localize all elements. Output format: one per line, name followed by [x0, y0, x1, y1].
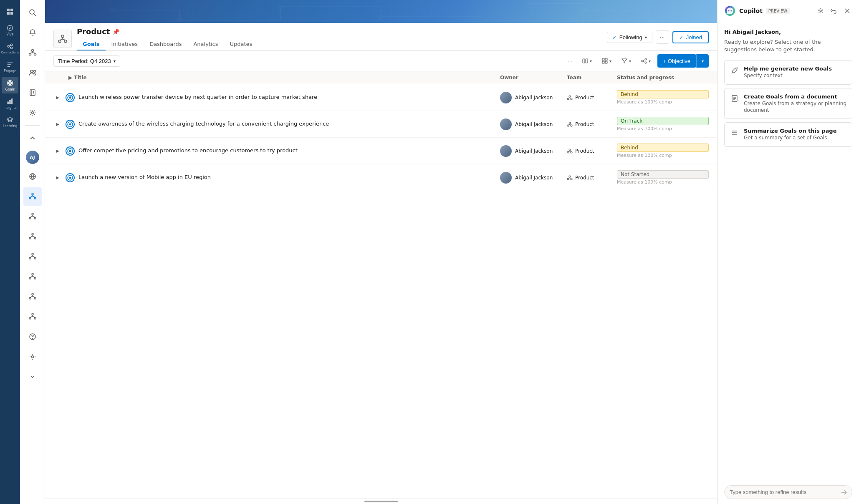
scroll-bar[interactable]	[364, 501, 398, 502]
sidebar-expand[interactable]	[23, 368, 42, 386]
team-cell-2: Product	[567, 121, 617, 127]
nav-waffle[interactable]	[2, 3, 18, 20]
sidebar-hierarchy-2[interactable]	[23, 207, 42, 226]
suggestion-summarize-content: Summarize Goals on this page Get a summa…	[744, 128, 836, 141]
svg-point-78	[31, 356, 33, 358]
copilot-send-button[interactable]	[839, 487, 849, 497]
sidebar-notifications[interactable]	[23, 23, 42, 42]
copilot-undo-icon[interactable]	[829, 6, 839, 16]
team-icon-1	[567, 95, 573, 101]
toolbar-share-button[interactable]: ▾	[638, 56, 654, 66]
nav-learning[interactable]: Learning	[2, 113, 18, 130]
sidebar-hierarchy-7[interactable]	[23, 307, 42, 326]
svg-rect-110	[586, 59, 588, 63]
svg-point-158	[728, 10, 729, 11]
time-period-button[interactable]: Time Period: Q4 2023 ▾	[53, 55, 120, 67]
svg-rect-13	[8, 101, 9, 103]
svg-line-57	[33, 256, 35, 257]
copilot-close-icon[interactable]	[842, 6, 852, 16]
status-cell-2: On Track Measure as 100% comp	[617, 117, 709, 131]
sidebar-search[interactable]	[23, 3, 42, 22]
tab-updates[interactable]: Updates	[224, 38, 258, 50]
nav-viva[interactable]: Viva	[2, 22, 18, 38]
suggestion-generate[interactable]: Help me generate new Goals Specify conte…	[724, 60, 852, 85]
suggestion-from-doc[interactable]: Create Goals from a document Create Goal…	[724, 88, 852, 119]
tab-dashboards[interactable]: Dashboards	[144, 38, 187, 50]
sidebar-hierarchy-active[interactable]	[23, 187, 42, 206]
svg-line-45	[33, 216, 35, 217]
time-period-dropdown-icon: ▾	[114, 59, 116, 63]
main-area: Product 📌 Goals Initiatives Dashboards A…	[45, 0, 717, 504]
toolbar-grid-button[interactable]: ▾	[599, 56, 615, 66]
svg-point-118	[645, 62, 647, 63]
wand-icon	[730, 66, 740, 76]
tab-initiatives[interactable]: Initiatives	[106, 38, 144, 50]
expand-all-icon[interactable]: ▶	[68, 75, 72, 81]
joined-button[interactable]: ✓ Joined	[672, 31, 709, 43]
svg-point-48	[34, 237, 36, 239]
goal-icon-4	[65, 173, 75, 183]
svg-point-4	[8, 25, 13, 30]
sidebar-notebook[interactable]	[23, 83, 42, 102]
add-objective-button[interactable]: + Objective	[657, 54, 696, 68]
owner-name-2: Abigail Jackson	[515, 121, 553, 127]
tab-analytics[interactable]: Analytics	[187, 38, 224, 50]
measure-text-4: Measure as 100% comp	[617, 179, 709, 185]
nav-connections[interactable]: Connections	[2, 40, 18, 57]
copilot-greeting: Hi Abigail Jackson,	[724, 29, 852, 35]
sidebar-hierarchy-3[interactable]	[23, 227, 42, 246]
objective-dropdown-button[interactable]: ▾	[696, 54, 709, 68]
toolbar-view-rows-button[interactable]: ▾	[579, 56, 595, 66]
toolbar-ellipsis-icon: ···	[568, 58, 572, 64]
goals-table: ▶ Title Owner Team Status and progress ▶	[45, 71, 717, 499]
tab-goals[interactable]: Goals	[77, 38, 106, 50]
nav-engage[interactable]: Engage	[2, 58, 18, 75]
more-options-button[interactable]: ···	[656, 30, 669, 44]
svg-point-36	[34, 197, 36, 199]
sidebar-hierarchy-5[interactable]	[23, 267, 42, 286]
svg-point-12	[10, 82, 11, 83]
svg-point-60	[34, 277, 36, 279]
sidebar-globe[interactable]	[23, 167, 42, 186]
sidebar-settings[interactable]	[23, 103, 42, 122]
svg-line-56	[30, 256, 33, 257]
sidebar-avatar[interactable]: AJ	[26, 151, 39, 164]
row-expand-3[interactable]: ▶	[53, 147, 62, 155]
row-expand-2[interactable]: ▶	[53, 120, 62, 129]
sidebar-org[interactable]	[23, 43, 42, 62]
copilot-settings-icon[interactable]	[816, 6, 826, 16]
table-row: ▶ Create awareness of the wireless charg…	[45, 111, 717, 138]
following-button[interactable]: ✓ Following ▾	[607, 32, 652, 43]
sidebar-help[interactable]	[23, 328, 42, 346]
suggestion-from-doc-desc: Create Goals from a strategy or planning…	[744, 101, 847, 113]
goal-title-2: Create awareness of the wireless chargin…	[78, 120, 329, 128]
svg-line-50	[30, 236, 33, 237]
time-period-label: Time Period: Q4 2023	[58, 58, 111, 64]
suggestion-summarize[interactable]: Summarize Goals on this page Get a summa…	[724, 122, 852, 147]
team-icon-3	[567, 148, 573, 154]
toolbar-filter-button[interactable]: ▾	[618, 56, 634, 66]
toolbar-more-button[interactable]: ···	[565, 56, 576, 66]
svg-line-38	[30, 196, 33, 197]
sidebar-settings-2[interactable]	[23, 348, 42, 366]
svg-line-22	[30, 53, 33, 53]
row-expand-1[interactable]: ▶	[53, 93, 62, 102]
add-objective-group: + Objective ▾	[657, 54, 709, 68]
sidebar-hierarchy-6[interactable]	[23, 287, 42, 306]
sidebar-people[interactable]	[23, 63, 42, 82]
svg-line-68	[30, 296, 33, 297]
svg-line-164	[732, 72, 733, 73]
share-dropdown-icon: ▾	[649, 59, 651, 63]
nav-goals[interactable]: Goals	[2, 77, 18, 93]
page-title-nav: Product 📌 Goals Initiatives Dashboards A…	[77, 27, 607, 50]
sidebar-chevron-up[interactable]	[23, 129, 42, 147]
copilot-input[interactable]	[724, 485, 852, 499]
owner-name-1: Abigail Jackson	[515, 95, 553, 101]
row-expand-4[interactable]: ▶	[53, 174, 62, 182]
svg-point-65	[29, 297, 31, 299]
sidebar-hierarchy-4[interactable]	[23, 247, 42, 266]
nav-insights[interactable]: Insights	[2, 95, 18, 112]
svg-point-71	[29, 318, 31, 319]
measure-text-2: Measure as 100% comp	[617, 126, 709, 131]
suggestion-generate-desc: Specify context	[744, 73, 832, 79]
